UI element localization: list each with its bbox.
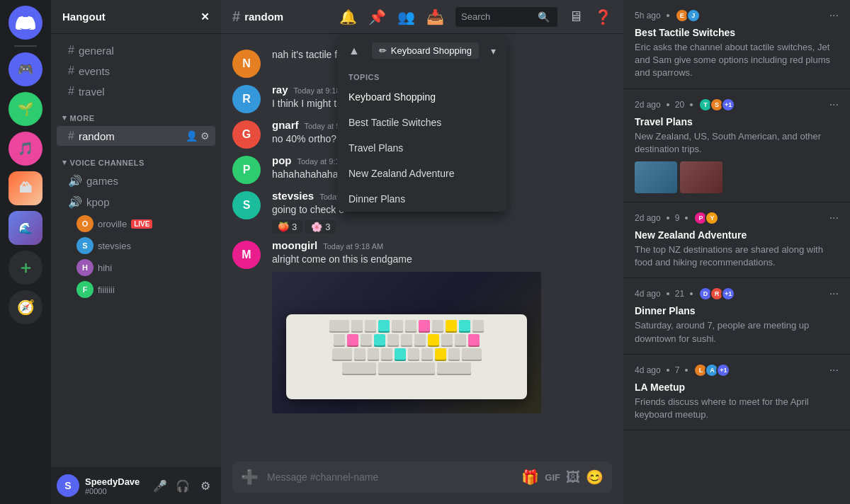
voice-channels-header[interactable]: ▾ VOICE CHANNELS (51, 147, 221, 170)
topic-chevron-up[interactable]: ▲ (348, 45, 360, 57)
key (448, 348, 460, 360)
thread-preview: Saturday, around 7, people are meeting u… (635, 319, 839, 345)
topic-item-travel-plans[interactable]: Travel Plans (337, 135, 507, 161)
key (441, 334, 453, 345)
keyboard-img-bg (272, 272, 541, 413)
search-input[interactable] (461, 11, 532, 22)
key (378, 320, 390, 331)
avatar: M (232, 241, 261, 269)
thread-item[interactable]: 4d ago 21 D R +1 ··· Dinner Plans Saturd… (623, 278, 850, 354)
user-footer-controls: 🎤 🎧 ⚙ (150, 476, 215, 496)
search-bar[interactable]: 🔍 (455, 7, 557, 27)
gif-icon[interactable]: GIF (545, 472, 560, 483)
channel-name-games: games (86, 175, 118, 187)
thread-more-button[interactable]: ··· (829, 9, 839, 22)
thread-count: 7 (675, 365, 680, 375)
explore-servers-button[interactable]: 🧭 (8, 290, 42, 324)
topic-item-keyboard-shopping[interactable]: Keyboard Shopping (337, 84, 507, 110)
key (437, 362, 471, 374)
thread-preview: The top NZ destinations are shared along… (635, 244, 839, 269)
channel-item-events[interactable]: # events (57, 61, 215, 81)
server-icon-5[interactable]: 🌊 (8, 211, 42, 245)
channel-item-general[interactable]: # general (57, 40, 215, 60)
voice-user-fiiiiiii[interactable]: F fiiiiiii (57, 279, 215, 300)
microphone-button[interactable]: 🎤 (150, 476, 170, 496)
live-badge: LIVE (131, 219, 152, 229)
thread-ago: 2d ago (635, 213, 661, 223)
channel-item-games[interactable]: 🔊 games (57, 171, 215, 191)
username: ray (272, 84, 288, 96)
channel-item-random[interactable]: # random 👤 ⚙ (57, 126, 215, 146)
key (455, 334, 466, 345)
pin-button[interactable]: 📌 (368, 8, 386, 25)
add-message-icon[interactable]: ➕ (241, 469, 259, 486)
voice-user-stevsies[interactable]: S stevsies (57, 235, 215, 256)
more-section-header[interactable]: ▾ MORE (51, 102, 221, 125)
settings-button[interactable]: ⚙ (196, 476, 215, 496)
server-icon-1[interactable]: 🎮 (8, 52, 42, 86)
topic-name-display[interactable]: ✏ Keyboard Shopping (372, 42, 479, 59)
message-input[interactable] (267, 471, 513, 483)
voice-user-hihi[interactable]: H hihi (57, 257, 215, 278)
notifications-button[interactable]: 🔔 (339, 8, 357, 25)
server-icon-2[interactable]: 🌱 (8, 92, 42, 126)
thread-title: New Zealand Adventure (635, 229, 839, 241)
reaction-blossom[interactable]: 🌸 3 (305, 220, 336, 234)
user-tag: #0000 (85, 487, 144, 496)
thread-more-button[interactable]: ··· (829, 212, 839, 224)
thread-avatar-plus: +1 (721, 98, 735, 112)
gift-icon[interactable]: 🎁 (521, 469, 539, 486)
topic-item-dinner-plans[interactable]: Dinner Plans (337, 186, 507, 212)
server-header[interactable]: Hangout ✕ (51, 0, 221, 34)
key (414, 334, 426, 345)
server-icon-3[interactable]: 🎵 (8, 132, 42, 166)
thread-more-button[interactable]: ··· (829, 364, 839, 377)
thread-item[interactable]: 5h ago E J ··· Best Tactile Switches Eri… (623, 0, 850, 89)
thread-item[interactable]: 2d ago 9 P Y ··· New Zealand Adventure T… (623, 202, 850, 278)
voice-user-avatar: F (76, 281, 94, 298)
inbox-icon[interactable]: 🖥 (569, 8, 583, 25)
thread-meta: 4d ago 7 L A +1 ··· (635, 363, 839, 377)
key (401, 334, 412, 345)
topic-expand-icon[interactable]: ▾ (491, 45, 496, 57)
thread-item[interactable]: 2d ago 20 T S +1 ··· Travel Plans New Ze… (623, 89, 850, 202)
dot-separator (667, 103, 669, 106)
thread-avatar: Y (705, 211, 719, 225)
members-button[interactable]: 👥 (397, 8, 415, 25)
channel-item-kpop[interactable]: 🔊 kpop (57, 192, 215, 212)
headphones-button[interactable]: 🎧 (173, 476, 193, 496)
thread-avatar-plus: +1 (716, 363, 730, 377)
help-button[interactable]: ❓ (594, 8, 612, 25)
thread-item[interactable]: 4d ago 7 L A +1 ··· LA Meetup Friends di… (623, 355, 850, 430)
key (387, 334, 399, 345)
add-member-icon[interactable]: 👤 (186, 130, 198, 142)
topic-item-nz-adventure[interactable]: New Zealand Adventure (337, 161, 507, 186)
key (342, 362, 376, 374)
voice-user-avatar: O (76, 215, 94, 232)
topic-dropdown-header: ▲ ✏ Keyboard Shopping ▾ (337, 34, 507, 67)
inbox-button[interactable]: 📥 (426, 8, 444, 25)
settings-icon[interactable]: ⚙ (200, 130, 210, 142)
hash-icon: # (68, 64, 74, 77)
discord-home-button[interactable] (8, 6, 42, 40)
key (419, 320, 430, 331)
channel-item-travel[interactable]: # travel (57, 81, 215, 101)
voice-user-oroville[interactable]: O oroville LIVE (57, 213, 215, 234)
thread-more-button[interactable]: ··· (829, 287, 839, 300)
topic-name: Best Tactile Switches (348, 117, 441, 128)
dot-separator (690, 103, 693, 106)
topic-item-best-tactile[interactable]: Best Tactile Switches (337, 110, 507, 135)
dot-separator (667, 369, 669, 372)
add-server-button[interactable]: ＋ (8, 251, 42, 285)
reaction-peach[interactable]: 🍑 3 (272, 220, 302, 234)
main-chat-area: # random 🔔 📌 👥 📥 🔍 🖥 ❓ ▲ ✏ Keyboard Shop… (221, 0, 623, 504)
dot-separator (667, 292, 669, 295)
emoji-icon[interactable]: 😊 (586, 469, 604, 486)
server-icon-4[interactable]: 🏔 (8, 171, 42, 205)
header-actions: 🔔 📌 👥 📥 🔍 🖥 ❓ (339, 7, 612, 27)
sticker-icon[interactable]: 🖼 (566, 469, 580, 486)
thread-meta: 2d ago 9 P Y ··· (635, 211, 839, 225)
thread-thumb (635, 161, 677, 193)
topic-edit-icon: ✏ (379, 45, 387, 56)
thread-more-button[interactable]: ··· (829, 98, 839, 111)
